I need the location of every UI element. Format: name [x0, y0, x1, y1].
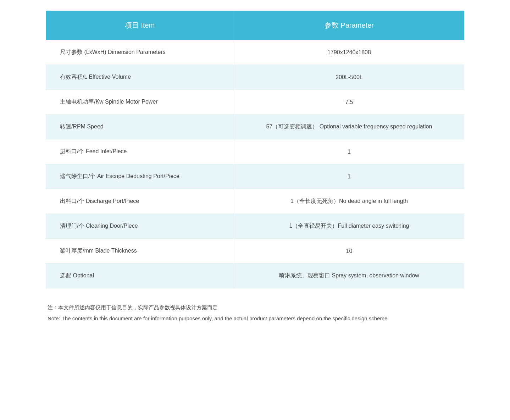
row-param-cell: 喷淋系统、观察窗口 Spray system, observation wind… [234, 264, 464, 288]
row-item-cell: 主轴电机功率/Kw Spindle Motor Power [46, 90, 234, 114]
table-header: 项目 Item 参数 Parameter [46, 11, 464, 40]
row-item-cell: 清理门/个 Cleaning Door/Piece [46, 214, 234, 238]
header-item-label: 项目 Item [125, 21, 155, 29]
row-param-cell: 1 [234, 164, 464, 189]
table-row: 有效容积/L Effective Volume200L-500L [46, 65, 464, 90]
note-line2: Note: The contents in this document are … [48, 314, 462, 323]
table-row: 清理门/个 Cleaning Door/Piece1（全直径易开关）Full d… [46, 214, 464, 239]
table-row: 转速/RPM Speed57（可选变频调速） Optional variable… [46, 115, 464, 139]
row-param-cell: 1790x1240x1808 [234, 40, 464, 65]
header-param-col: 参数 Parameter [234, 11, 464, 40]
row-item-cell: 出料口/个 Discharge Port/Piece [46, 189, 234, 214]
row-param-cell: 7.5 [234, 90, 464, 114]
row-item-cell: 尺寸参数 (LxWxH) Dimension Parameters [46, 40, 234, 65]
row-item-cell: 选配 Optional [46, 264, 234, 288]
table-row: 进料口/个 Feed Inlet/Piece1 [46, 139, 464, 164]
table-row: 桨叶厚度/mm Blade Thickness10 [46, 239, 464, 264]
spec-table: 项目 Item 参数 Parameter 尺寸参数 (LxWxH) Dimens… [46, 11, 464, 328]
table-row: 尺寸参数 (LxWxH) Dimension Parameters1790x12… [46, 40, 464, 65]
note-line1: 注：本文件所述内容仅用于信息目的，实际产品参数视具体设计方案而定 [48, 303, 462, 312]
row-param-cell: 57（可选变频调速） Optional variable frequency s… [234, 115, 464, 139]
note-section: 注：本文件所述内容仅用于信息目的，实际产品参数视具体设计方案而定 Note: T… [46, 299, 464, 328]
table-row: 出料口/个 Discharge Port/Piece1（全长度无死角）No de… [46, 189, 464, 214]
row-param-cell: 1 [234, 139, 464, 164]
table-row: 选配 Optional喷淋系统、观察窗口 Spray system, obser… [46, 264, 464, 288]
table-row: 逃气除尘口/个 Air Escape Dedusting Port/Piece1 [46, 164, 464, 189]
row-param-cell: 1（全直径易开关）Full diameter easy switching [234, 214, 464, 238]
row-item-cell: 有效容积/L Effective Volume [46, 65, 234, 89]
row-item-cell: 进料口/个 Feed Inlet/Piece [46, 139, 234, 164]
header-item-col: 项目 Item [46, 11, 234, 40]
row-param-cell: 10 [234, 239, 464, 263]
table-row: 主轴电机功率/Kw Spindle Motor Power7.5 [46, 90, 464, 115]
row-item-cell: 桨叶厚度/mm Blade Thickness [46, 239, 234, 263]
row-item-cell: 转速/RPM Speed [46, 115, 234, 139]
header-param-label: 参数 Parameter [325, 21, 374, 29]
row-item-cell: 逃气除尘口/个 Air Escape Dedusting Port/Piece [46, 164, 234, 189]
row-param-cell: 1（全长度无死角）No dead angle in full length [234, 189, 464, 214]
table-body: 尺寸参数 (LxWxH) Dimension Parameters1790x12… [46, 40, 464, 288]
row-param-cell: 200L-500L [234, 65, 464, 89]
